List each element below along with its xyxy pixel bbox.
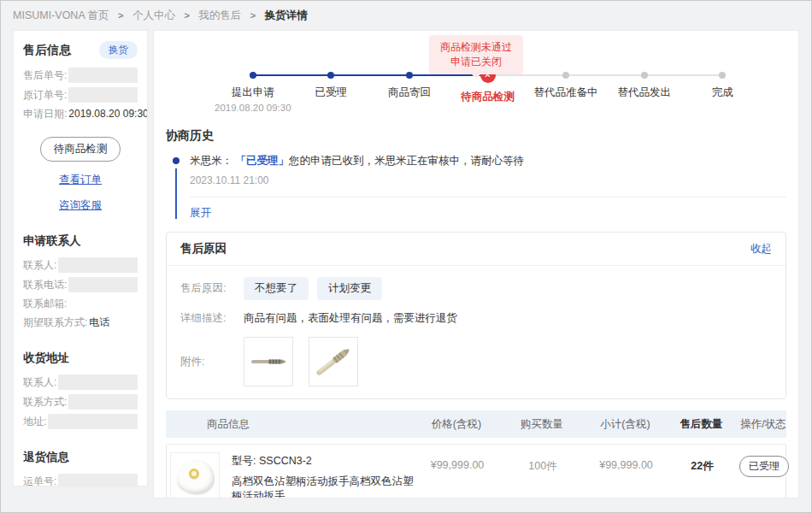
description-row: 详细描述: 商品有问题，表面处理有问题，需要进行退货 <box>180 311 772 326</box>
reason-tags-row: 售后原因: 不想要了 计划变更 <box>180 277 772 300</box>
qty-cell: 100件 <box>500 452 585 498</box>
breadcrumb: MISUMI-VONA 首页 > 个人中心 > 我的售后 > 换货详情 <box>1 1 811 30</box>
attachments-row: 附件: <box>180 337 772 386</box>
entry-dot <box>173 157 179 164</box>
step-date: 2019.08.20 09:30 <box>214 103 292 113</box>
inspection-failed-alert: 商品检测未通过 申请已关闭 <box>429 35 523 74</box>
status-pill: 待商品检测 <box>40 137 121 162</box>
history-entry: 米思米： 「已受理」您的申请已收到，米思米正在审核中，请耐心等待 2023.10… <box>166 154 786 221</box>
breadcrumb-separator: > <box>250 10 256 21</box>
after-qty-cell: 22件 <box>667 452 738 498</box>
attachment-thumbnail[interactable] <box>244 337 293 386</box>
step-complete: 完成 <box>683 67 762 113</box>
reason-tag: 计划变更 <box>317 277 382 300</box>
exchange-type-badge: 换货 <box>99 41 138 59</box>
product-cell: 型号: SSCCN3-2 高档双色沾塑柄活动扳手高档双色沾塑柄活动扳手 史丹利(… <box>167 452 415 498</box>
contact-person-field: 联系人: <box>23 257 138 273</box>
redacted-value <box>58 474 138 486</box>
contact-email-field: 联系邮箱: <box>23 297 138 311</box>
mask-valve <box>189 469 199 479</box>
address-contact-field: 联系方式: <box>23 394 138 410</box>
product-table-header: 商品信息 价格(含税) 购买数量 小计(含税) 售后数量 操作/状态 <box>166 410 786 438</box>
aftersales-order-field: 售后单号: <box>23 68 138 83</box>
reason-title: 售后原因 <box>180 241 227 256</box>
step-dot <box>406 72 413 79</box>
negotiation-history: 协商历史 米思米： 「已受理」您的申请已收到，米思米正在审核中，请耐心等待 20… <box>166 128 786 221</box>
waybill-field: 运单号: <box>23 474 138 486</box>
breadcrumb-separator: > <box>184 10 189 21</box>
reason-tag: 不想要了 <box>244 277 309 300</box>
address-section-title: 收货地址 <box>23 351 138 366</box>
sidebar-title: 售后信息 <box>23 43 71 58</box>
subtotal-cell: ¥99,999.00 <box>585 452 667 498</box>
original-order-field: 原订单号: <box>23 87 138 103</box>
breadcrumb-separator: > <box>118 10 123 21</box>
redacted-value <box>68 68 138 83</box>
aftersales-reason-card: 售后原因 收起 售后原因: 不想要了 计划变更 详细描述: 商品有问题，表面处理… <box>166 232 786 399</box>
return-section-title: 退货信息 <box>23 450 138 465</box>
entry-author: 米思米： <box>190 155 232 167</box>
entry-status: 「已受理」 <box>235 155 289 167</box>
row-status-badge: 已受理 <box>739 456 789 477</box>
detail-panel: 商品检测未通过 申请已关闭 提出申请 2019.08.20 09:30 已受理 <box>153 30 799 498</box>
entry-message: 您的申请已收到，米思米正在审核中，请耐心等待 <box>289 155 524 167</box>
entry-date: 2023.10.11 21:00 <box>190 174 786 186</box>
contact-service-link[interactable]: 咨询客服 <box>23 198 138 213</box>
redacted-value <box>58 374 138 390</box>
redacted-value <box>68 394 138 410</box>
tool-photo <box>311 339 356 384</box>
redacted-value <box>58 257 138 273</box>
preferred-contact-field: 期望联系方式:电话 <box>23 315 138 330</box>
redacted-value <box>68 87 138 103</box>
aftersales-info-sidebar: 售后信息 换货 售后单号: 原订单号: 申请日期:2019.08.20 09:3… <box>13 30 148 486</box>
expand-link[interactable]: 展开 <box>190 206 211 221</box>
product-name: 高档双色沾塑柄活动扳手高档双色沾塑柄活动扳手 <box>232 475 415 498</box>
contact-phone-field: 联系电话: <box>23 277 138 292</box>
product-model: 型号: SSCCN3-2 <box>232 454 415 469</box>
step-dot <box>250 72 256 79</box>
history-title: 协商历史 <box>166 128 786 144</box>
address-person-field: 联系人: <box>23 374 138 390</box>
contact-section-title: 申请联系人 <box>23 233 138 249</box>
view-order-link[interactable]: 查看订单 <box>23 173 138 187</box>
breadcrumb-personal-center[interactable]: 个人中心 <box>132 9 175 21</box>
breadcrumb-my-aftersales[interactable]: 我的售后 <box>198 9 241 21</box>
address-field: 地址: <box>23 414 138 429</box>
description-text: 商品有问题，表面处理有问题，需要进行退货 <box>244 311 457 326</box>
divider <box>190 197 786 198</box>
page: MISUMI-VONA 首页 > 个人中心 > 我的售后 > 换货详情 售后信息… <box>0 0 812 513</box>
product-table-row: 型号: SSCCN3-2 高档双色沾塑柄活动扳手高档双色沾塑柄活动扳手 史丹利(… <box>166 444 786 498</box>
entry-line <box>175 168 177 219</box>
step-dot <box>641 72 648 79</box>
breadcrumb-home[interactable]: MISUMI-VONA 首页 <box>13 9 109 21</box>
collapse-link[interactable]: 收起 <box>750 242 772 256</box>
price-cell: ¥99,999.00 <box>415 452 500 498</box>
apply-date-field: 申请日期:2019.08.20 09:30 <box>23 107 138 121</box>
redacted-value <box>48 414 138 429</box>
product-image[interactable] <box>170 452 220 498</box>
step-dot <box>719 72 726 79</box>
status-cell: 已受理 <box>738 452 791 498</box>
step-dot <box>562 72 569 79</box>
breadcrumb-current-page: 换货详情 <box>265 9 308 21</box>
step-dot <box>327 72 334 79</box>
tool-photo <box>247 340 290 383</box>
redacted-value <box>68 277 138 292</box>
attachment-thumbnail[interactable] <box>309 337 358 386</box>
